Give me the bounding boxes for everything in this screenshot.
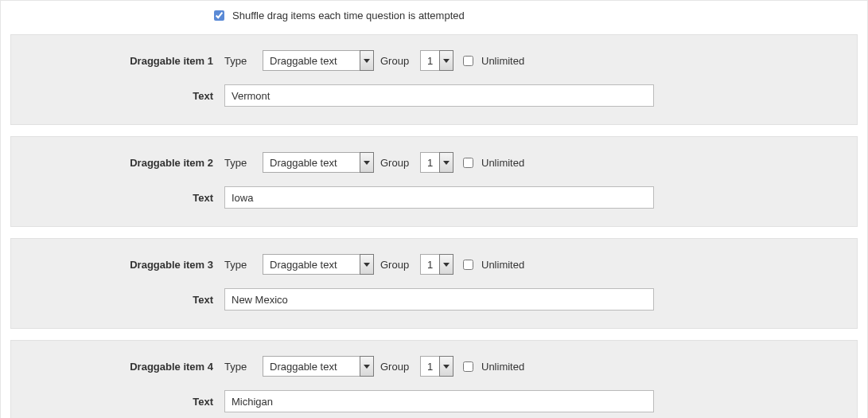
form-page: Shuffle drag items each time question is… — [0, 0, 868, 418]
item-text-row: Text — [11, 180, 857, 215]
type-select-wrap: Draggable text — [263, 254, 374, 275]
group-select-wrap: 1 — [420, 356, 453, 377]
group-label: Group — [380, 157, 415, 169]
draggable-item-panel: Draggable item 1TypeDraggable textGroup1… — [10, 34, 858, 125]
group-label: Group — [380, 259, 415, 271]
type-label: Type — [224, 55, 258, 67]
item-text-input[interactable] — [224, 84, 654, 107]
type-select-wrap: Draggable text — [263, 356, 374, 377]
item-config-controls: TypeDraggable textGroup1Unlimited — [224, 50, 857, 71]
type-label: Type — [224, 259, 258, 271]
item-config-row: Draggable item 1TypeDraggable textGroup1… — [11, 43, 857, 78]
group-select[interactable]: 1 — [420, 152, 453, 173]
group-select-wrap: 1 — [420, 50, 453, 71]
item-text-row: Text — [11, 384, 857, 418]
item-config-row: Draggable item 4TypeDraggable textGroup1… — [11, 349, 857, 384]
group-select-wrap: 1 — [420, 152, 453, 173]
shuffle-label: Shuffle drag items each time question is… — [232, 10, 465, 21]
type-select[interactable]: Draggable text — [263, 356, 374, 377]
item-config-row: Draggable item 3TypeDraggable textGroup1… — [11, 247, 857, 282]
draggable-item-panel: Draggable item 2TypeDraggable textGroup1… — [10, 136, 858, 227]
unlimited-checkbox[interactable] — [463, 158, 473, 168]
item-text-input[interactable] — [224, 390, 654, 412]
type-select[interactable]: Draggable text — [263, 50, 374, 71]
unlimited-label: Unlimited — [481, 55, 524, 67]
unlimited-checkbox[interactable] — [463, 56, 473, 66]
group-select[interactable]: 1 — [420, 254, 453, 275]
unlimited-checkbox[interactable] — [463, 361, 473, 372]
type-select[interactable]: Draggable text — [263, 152, 374, 173]
item-title-label: Draggable item 1 — [11, 55, 224, 67]
type-label: Type — [224, 157, 258, 169]
draggable-item-panel: Draggable item 4TypeDraggable textGroup1… — [10, 340, 858, 418]
group-select-wrap: 1 — [420, 254, 453, 275]
item-title-label: Draggable item 3 — [11, 259, 224, 271]
item-text-input[interactable] — [224, 288, 654, 311]
item-text-row: Text — [11, 78, 857, 113]
item-text-row: Text — [11, 282, 857, 317]
item-text-input[interactable] — [224, 186, 654, 209]
draggable-item-panel: Draggable item 3TypeDraggable textGroup1… — [10, 238, 858, 329]
text-label: Text — [11, 294, 224, 306]
group-label: Group — [380, 55, 415, 67]
item-text-controls — [224, 288, 857, 311]
unlimited-label: Unlimited — [481, 361, 524, 373]
group-label: Group — [380, 361, 415, 373]
type-select-wrap: Draggable text — [263, 50, 374, 71]
unlimited-label: Unlimited — [481, 259, 524, 271]
item-config-row: Draggable item 2TypeDraggable textGroup1… — [11, 145, 857, 180]
item-config-controls: TypeDraggable textGroup1Unlimited — [224, 356, 857, 377]
group-select[interactable]: 1 — [420, 50, 453, 71]
text-label: Text — [11, 192, 224, 204]
item-text-controls — [224, 84, 857, 107]
item-config-controls: TypeDraggable textGroup1Unlimited — [224, 152, 857, 173]
items-host: Draggable item 1TypeDraggable textGroup1… — [1, 34, 867, 418]
item-text-controls — [224, 186, 857, 209]
shuffle-row: Shuffle drag items each time question is… — [1, 1, 867, 29]
shuffle-checkbox[interactable] — [214, 10, 224, 21]
unlimited-checkbox[interactable] — [463, 260, 473, 270]
type-label: Type — [224, 361, 258, 373]
type-select-wrap: Draggable text — [263, 152, 374, 173]
item-config-controls: TypeDraggable textGroup1Unlimited — [224, 254, 857, 275]
item-title-label: Draggable item 4 — [11, 361, 224, 373]
unlimited-label: Unlimited — [481, 157, 524, 169]
text-label: Text — [11, 90, 224, 102]
text-label: Text — [11, 396, 224, 408]
group-select[interactable]: 1 — [420, 356, 453, 377]
item-text-controls — [224, 390, 857, 412]
type-select[interactable]: Draggable text — [263, 254, 374, 275]
item-title-label: Draggable item 2 — [11, 157, 224, 169]
